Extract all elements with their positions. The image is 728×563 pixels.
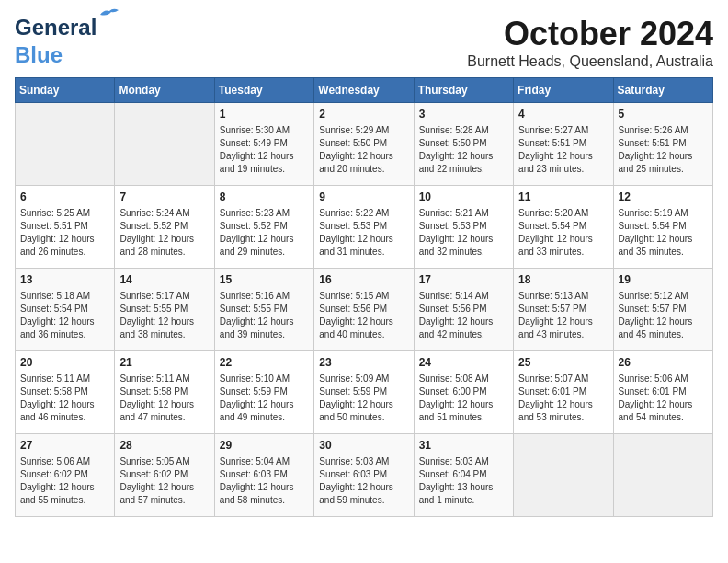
sunset-text: Sunset: 5:57 PM [619, 304, 687, 314]
day-number: 30 [319, 438, 408, 454]
daylight-hours-text: Daylight: 12 hours [419, 316, 494, 327]
calendar-cell: 9Sunrise: 5:22 AMSunset: 5:53 PMDaylight… [314, 186, 414, 269]
daylight-hours-text: Daylight: 12 hours [419, 234, 494, 244]
daylight-minutes-text: and 35 minutes. [619, 247, 684, 257]
day-number: 28 [119, 438, 209, 454]
day-number: 27 [20, 438, 109, 454]
sunrise-text: Sunrise: 5:05 AM [119, 456, 189, 466]
day-number: 11 [518, 190, 608, 205]
cell-content: Sunrise: 5:27 AMSunset: 5:51 PMDaylight:… [518, 124, 608, 176]
sunrise-text: Sunrise: 5:19 AM [619, 208, 688, 218]
header-monday: Monday [115, 78, 214, 103]
logo-blue: Blue [15, 42, 63, 68]
day-number: 19 [619, 272, 708, 288]
sunset-text: Sunset: 6:02 PM [119, 469, 188, 479]
day-number: 21 [119, 355, 209, 371]
sunrise-text: Sunrise: 5:07 AM [518, 373, 588, 384]
calendar-cell: 26Sunrise: 5:06 AMSunset: 6:01 PMDayligh… [613, 351, 712, 434]
cell-content: Sunrise: 5:23 AMSunset: 5:52 PMDaylight:… [220, 207, 309, 259]
day-number: 1 [220, 107, 309, 122]
sunrise-text: Sunrise: 5:18 AM [20, 291, 90, 301]
calendar-cell: 24Sunrise: 5:08 AMSunset: 6:00 PMDayligh… [414, 351, 513, 434]
daylight-minutes-text: and 40 minutes. [319, 329, 384, 339]
calendar-cell: 18Sunrise: 5:13 AMSunset: 5:57 PMDayligh… [514, 269, 613, 351]
daylight-minutes-text: and 53 minutes. [518, 412, 584, 422]
calendar-cell: 7Sunrise: 5:24 AMSunset: 5:52 PMDaylight… [115, 186, 214, 269]
header-tuesday: Tuesday [214, 78, 313, 103]
day-number: 10 [419, 190, 508, 205]
cell-content: Sunrise: 5:08 AMSunset: 6:00 PMDaylight:… [419, 373, 508, 424]
daylight-minutes-text: and 51 minutes. [419, 412, 484, 422]
sunrise-text: Sunrise: 5:30 AM [220, 125, 290, 135]
sunset-text: Sunset: 5:50 PM [419, 138, 487, 148]
cell-content: Sunrise: 5:14 AMSunset: 5:56 PMDaylight:… [419, 290, 508, 341]
day-number: 6 [20, 190, 109, 205]
page-header: General Blue October 2024 Burnett Heads,… [15, 15, 713, 70]
day-number: 3 [419, 107, 508, 122]
daylight-hours-text: Daylight: 12 hours [319, 151, 393, 161]
sunrise-text: Sunrise: 5:12 AM [619, 291, 688, 301]
cell-content: Sunrise: 5:30 AMSunset: 5:49 PMDaylight:… [220, 124, 309, 176]
calendar-table: SundayMondayTuesdayWednesdayThursdayFrid… [15, 77, 713, 517]
calendar-cell: 1Sunrise: 5:30 AMSunset: 5:49 PMDaylight… [214, 103, 313, 186]
sunrise-text: Sunrise: 5:25 AM [20, 208, 90, 218]
cell-content: Sunrise: 5:15 AMSunset: 5:56 PMDaylight:… [319, 290, 408, 341]
daylight-hours-text: Daylight: 12 hours [220, 234, 294, 244]
daylight-hours-text: Daylight: 12 hours [518, 316, 593, 327]
daylight-hours-text: Daylight: 12 hours [20, 399, 95, 409]
sunset-text: Sunset: 5:56 PM [419, 304, 487, 314]
daylight-hours-text: Daylight: 12 hours [220, 482, 294, 492]
day-number: 7 [119, 190, 209, 205]
daylight-minutes-text: and 32 minutes. [419, 247, 484, 257]
daylight-minutes-text: and 20 minutes. [319, 164, 384, 174]
calendar-cell: 10Sunrise: 5:21 AMSunset: 5:53 PMDayligh… [414, 186, 513, 269]
sunrise-text: Sunrise: 5:16 AM [220, 291, 290, 301]
calendar-cell: 4Sunrise: 5:27 AMSunset: 5:51 PMDaylight… [514, 103, 613, 186]
calendar-cell: 17Sunrise: 5:14 AMSunset: 5:56 PMDayligh… [414, 269, 513, 351]
sunset-text: Sunset: 5:54 PM [518, 221, 586, 231]
calendar-cell: 30Sunrise: 5:03 AMSunset: 6:03 PMDayligh… [314, 434, 414, 517]
sunset-text: Sunset: 5:55 PM [119, 304, 188, 314]
cell-content: Sunrise: 5:06 AMSunset: 6:01 PMDaylight:… [619, 373, 708, 424]
calendar-cell [115, 103, 214, 186]
cell-content: Sunrise: 5:22 AMSunset: 5:53 PMDaylight:… [319, 207, 408, 259]
calendar-cell: 28Sunrise: 5:05 AMSunset: 6:02 PMDayligh… [115, 434, 214, 517]
calendar-cell: 12Sunrise: 5:19 AMSunset: 5:54 PMDayligh… [613, 186, 712, 269]
sunset-text: Sunset: 5:52 PM [119, 221, 188, 231]
daylight-hours-text: Daylight: 12 hours [319, 399, 393, 409]
daylight-minutes-text: and 26 minutes. [20, 247, 85, 257]
header-wednesday: Wednesday [314, 78, 414, 103]
daylight-minutes-text: and 47 minutes. [119, 412, 185, 422]
daylight-minutes-text: and 23 minutes. [518, 164, 584, 174]
sunrise-text: Sunrise: 5:11 AM [119, 373, 189, 384]
day-number: 20 [20, 355, 109, 371]
header-saturday: Saturday [613, 78, 712, 103]
daylight-minutes-text: and 43 minutes. [518, 329, 584, 339]
calendar-cell: 23Sunrise: 5:09 AMSunset: 5:59 PMDayligh… [314, 351, 414, 434]
sunset-text: Sunset: 6:03 PM [319, 469, 387, 479]
sunset-text: Sunset: 6:01 PM [619, 386, 687, 396]
daylight-hours-text: Daylight: 12 hours [119, 482, 194, 492]
daylight-minutes-text: and 59 minutes. [319, 495, 384, 505]
sunrise-text: Sunrise: 5:10 AM [220, 373, 290, 384]
sunrise-text: Sunrise: 5:29 AM [319, 125, 389, 135]
cell-content: Sunrise: 5:24 AMSunset: 5:52 PMDaylight:… [119, 207, 209, 259]
sunrise-text: Sunrise: 5:13 AM [518, 291, 588, 301]
calendar-cell: 15Sunrise: 5:16 AMSunset: 5:55 PMDayligh… [214, 269, 313, 351]
daylight-hours-text: Daylight: 12 hours [419, 399, 494, 409]
sunrise-text: Sunrise: 5:27 AM [518, 125, 588, 135]
day-number: 24 [419, 355, 508, 371]
logo-general: General [15, 15, 97, 40]
location-subtitle: Burnett Heads, Queensland, Australia [467, 53, 713, 70]
calendar-cell [514, 434, 613, 517]
daylight-hours-text: Daylight: 12 hours [319, 482, 393, 492]
sunrise-text: Sunrise: 5:11 AM [20, 373, 90, 384]
cell-content: Sunrise: 5:13 AMSunset: 5:57 PMDaylight:… [518, 290, 608, 341]
cell-content: Sunrise: 5:16 AMSunset: 5:55 PMDaylight:… [220, 290, 309, 341]
sunrise-text: Sunrise: 5:21 AM [419, 208, 489, 218]
daylight-minutes-text: and 45 minutes. [619, 329, 684, 339]
sunset-text: Sunset: 5:51 PM [619, 138, 687, 148]
daylight-minutes-text: and 46 minutes. [20, 412, 85, 422]
daylight-hours-text: Daylight: 12 hours [419, 151, 494, 161]
daylight-minutes-text: and 49 minutes. [220, 412, 285, 422]
